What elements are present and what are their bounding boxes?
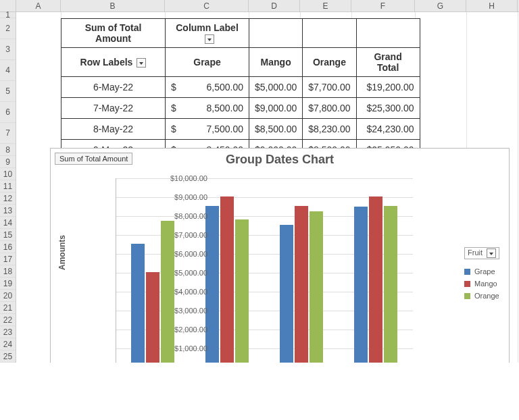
row-header-6[interactable]: 6 xyxy=(0,102,16,123)
dropdown-icon[interactable] xyxy=(487,248,496,258)
row-header-22[interactable]: 22 xyxy=(0,314,16,326)
row-header-21[interactable]: 21 xyxy=(0,302,16,314)
pivot-col-total[interactable]: Grand Total xyxy=(356,48,420,77)
row-header-9[interactable]: 9 xyxy=(0,156,16,168)
dropdown-icon[interactable] xyxy=(205,34,214,44)
cell-orange[interactable]: $7,700.00 xyxy=(303,77,356,98)
legend-item: Mango xyxy=(464,280,499,288)
bar-mango[interactable] xyxy=(295,206,308,363)
column-headers: ABCDEFGH xyxy=(0,0,519,12)
row-header-13[interactable]: 13 xyxy=(0,205,16,217)
dropdown-icon[interactable] xyxy=(137,58,146,68)
cell-total[interactable]: $25,300.00 xyxy=(356,98,420,119)
col-header-C[interactable]: C xyxy=(165,0,249,11)
row-header-19[interactable]: 19 xyxy=(0,278,16,290)
col-header-F[interactable]: F xyxy=(351,0,415,11)
row-header-20[interactable]: 20 xyxy=(0,290,16,302)
row-headers: 1234567891011121314151617181920212223242… xyxy=(0,12,16,363)
col-header-A[interactable]: A xyxy=(16,0,61,11)
row-header-11[interactable]: 11 xyxy=(0,180,16,192)
pivot-col-grape[interactable]: Grape xyxy=(166,48,249,77)
pivot-table[interactable]: Sum of Total Amount Column Label Row Lab… xyxy=(61,18,420,161)
swatch-icon xyxy=(464,293,470,299)
y-tick: $6,000.00 xyxy=(153,250,207,258)
cell-grape[interactable]: 8,500.00 xyxy=(166,98,249,119)
row-header-7[interactable]: 7 xyxy=(0,123,16,144)
pivot-blank xyxy=(249,19,303,48)
bar-grape[interactable] xyxy=(131,244,145,363)
legend-title-button[interactable]: Fruit xyxy=(464,247,499,259)
row-label[interactable]: 6-May-22 xyxy=(61,77,166,98)
row-header-17[interactable]: 17 xyxy=(0,253,16,265)
pivot-col-label[interactable]: Column Label xyxy=(166,19,249,48)
sheet-content: Sum of Total Amount Column Label Row Lab… xyxy=(16,12,519,363)
worksheet: ABCDEFGH 1234567891011121314151617181920… xyxy=(0,0,519,363)
cell-total[interactable]: $24,230.00 xyxy=(356,119,420,140)
legend-item: Orange xyxy=(464,292,499,300)
y-tick: $8,000.00 xyxy=(153,212,207,220)
bar-mango[interactable] xyxy=(369,196,382,363)
row-header-24[interactable]: 24 xyxy=(0,338,16,350)
table-row[interactable]: 7-May-228,500.00$9,000.00$7,800.00$25,30… xyxy=(61,98,420,119)
cell-grape[interactable]: 7,500.00 xyxy=(166,119,249,140)
row-header-8[interactable]: 8 xyxy=(0,144,16,156)
row-header-14[interactable]: 14 xyxy=(0,217,16,229)
bar-grape[interactable] xyxy=(280,225,293,363)
bar-orange[interactable] xyxy=(310,211,323,363)
bar-grape[interactable] xyxy=(205,206,219,363)
pivot-col-mango[interactable]: Mango xyxy=(249,48,303,77)
cell-mango[interactable]: $5,000.00 xyxy=(249,77,303,98)
row-label[interactable]: 8-May-22 xyxy=(61,119,166,140)
chart-y-axis-label: Amounts xyxy=(57,235,67,270)
pivot-blank xyxy=(356,19,420,48)
row-header-3[interactable]: 3 xyxy=(0,39,16,60)
col-header-G[interactable]: G xyxy=(415,0,466,11)
pivot-blank xyxy=(303,19,356,48)
bar-orange[interactable] xyxy=(235,219,249,363)
chart-filter-sum-button[interactable]: Sum of Total Amount xyxy=(55,153,132,165)
cell-mango[interactable]: $8,500.00 xyxy=(249,119,303,140)
col-header-H[interactable]: H xyxy=(466,0,518,11)
y-tick: $10,000.00 xyxy=(153,174,207,182)
y-tick: $4,000.00 xyxy=(153,288,207,296)
row-header-1[interactable]: 1 xyxy=(0,12,16,18)
col-header-E[interactable]: E xyxy=(300,0,351,11)
swatch-icon xyxy=(464,281,470,287)
row-header-5[interactable]: 5 xyxy=(0,81,16,102)
bar-orange[interactable] xyxy=(384,206,397,363)
row-header-15[interactable]: 15 xyxy=(0,229,16,241)
pivot-corner: Sum of Total Amount xyxy=(61,19,166,48)
legend-item: Grape xyxy=(464,267,499,275)
y-tick: $5,000.00 xyxy=(153,269,207,277)
row-label[interactable]: 7-May-22 xyxy=(61,98,166,119)
cell-mango[interactable]: $9,000.00 xyxy=(249,98,303,119)
row-header-18[interactable]: 18 xyxy=(0,265,16,278)
col-header-B[interactable]: B xyxy=(61,0,165,11)
y-tick: $2,000.00 xyxy=(153,325,207,334)
cell-grape[interactable]: 6,500.00 xyxy=(166,77,249,98)
row-header-10[interactable]: 10 xyxy=(0,168,16,180)
swatch-icon xyxy=(464,269,470,275)
cell-total[interactable]: $19,200.00 xyxy=(356,77,420,98)
pivot-chart[interactable]: Sum of Total Amount Order Date Group Dat… xyxy=(50,148,510,363)
y-tick: $7,000.00 xyxy=(153,231,207,239)
row-header-4[interactable]: 4 xyxy=(0,60,16,81)
table-row[interactable]: 8-May-227,500.00$8,500.00$8,230.00$24,23… xyxy=(61,119,420,140)
y-tick: $9,000.00 xyxy=(153,193,207,201)
table-row[interactable]: 6-May-226,500.00$5,000.00$7,700.00$19,20… xyxy=(61,77,420,98)
bar-mango[interactable] xyxy=(220,196,234,363)
col-header-D[interactable]: D xyxy=(249,0,300,11)
row-header-16[interactable]: 16 xyxy=(0,241,16,253)
cell-orange[interactable]: $7,800.00 xyxy=(303,98,356,119)
row-header-23[interactable]: 23 xyxy=(0,326,16,338)
cell-orange[interactable]: $8,230.00 xyxy=(303,119,356,140)
row-header-25[interactable]: 25 xyxy=(0,350,16,363)
row-header-12[interactable]: 12 xyxy=(0,192,16,205)
pivot-row-header[interactable]: Row Labels xyxy=(61,48,166,77)
y-tick: $3,000.00 xyxy=(153,307,207,315)
row-header-2[interactable]: 2 xyxy=(0,18,16,39)
pivot-col-orange[interactable]: Orange xyxy=(303,48,356,77)
chart-legend: Fruit Grape Mango Orange xyxy=(464,247,499,304)
y-tick: $1,000.00 xyxy=(153,344,207,352)
bar-grape[interactable] xyxy=(354,207,368,363)
